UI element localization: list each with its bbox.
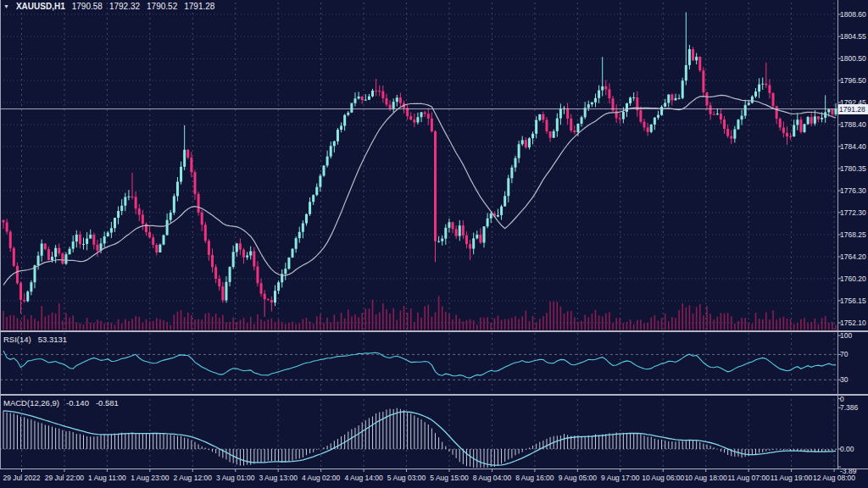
price-axis-label: 1768.25	[840, 230, 866, 239]
macd-main-value: -0.140	[66, 398, 89, 408]
price-axis-label: 1764.20	[840, 252, 866, 261]
price-axis-label: 1784.40	[840, 142, 866, 151]
macd-axis-label: 0.00	[840, 445, 854, 453]
macd-axis-label: 7.386	[840, 403, 858, 412]
panel-splitter[interactable]	[0, 394, 868, 396]
symbol-dropdown-icon[interactable]: ▼	[3, 3, 9, 9]
price-axis-label: 1752.10	[840, 319, 866, 327]
rsi-axis-label: 100	[840, 331, 852, 340]
ohlc-close-value: 1791.28	[184, 2, 214, 11]
macd-signal-value: -0.581	[96, 398, 119, 408]
price-axis-label: 1772.30	[840, 208, 866, 217]
chart-canvas[interactable]	[0, 0, 868, 488]
price-axis-frame	[837, 0, 838, 469]
price-axis-label: 1800.50	[840, 54, 866, 63]
panel-splitter[interactable]	[0, 330, 868, 332]
mt4-chart-window: ▼ XAUUSD,H1 1790.58 1792.32 1790.52 1791…	[0, 0, 868, 488]
ohlc-high-value: 1792.32	[109, 2, 140, 11]
macd-panel-label: MACD(12,26,9) -0.140 -0.581	[3, 398, 119, 408]
ohlc-open-value: 1790.58	[72, 2, 103, 11]
price-axis-label: 1780.35	[840, 164, 866, 173]
price-axis-label: 1788.40	[840, 120, 866, 129]
price-axis-label: 1760.20	[840, 274, 866, 283]
rsi-axis-label: 0	[840, 395, 844, 403]
macd-indicator-name: MACD(12,26,9)	[3, 398, 59, 408]
symbol-timeframe-label: XAUUSD,H1	[16, 2, 65, 11]
rsi-panel-label: RSI(14) 53.3131	[3, 335, 67, 344]
rsi-indicator-name: RSI(14)	[3, 335, 31, 344]
chart-header: ▼ XAUUSD,H1 1790.58 1792.32 1790.52 1791…	[3, 2, 214, 11]
rsi-axis-label: 70	[840, 350, 848, 358]
price-axis-label: 1808.60	[840, 10, 866, 19]
macd-axis-label: -3.89	[840, 467, 856, 475]
rsi-axis-label: 30	[840, 375, 848, 384]
rsi-current-value: 53.3131	[38, 335, 67, 344]
chart-left-frame	[0, 0, 1, 469]
current-price-tag: 1791.28	[838, 104, 868, 114]
ohlc-low-value: 1790.52	[147, 2, 177, 11]
price-axis-label: 1804.55	[840, 32, 866, 41]
price-axis-label: 1756.15	[840, 297, 866, 305]
chart-bottom-frame	[0, 469, 868, 469]
price-axis-label: 1776.30	[840, 186, 866, 195]
price-axis-label: 1796.50	[840, 76, 866, 85]
